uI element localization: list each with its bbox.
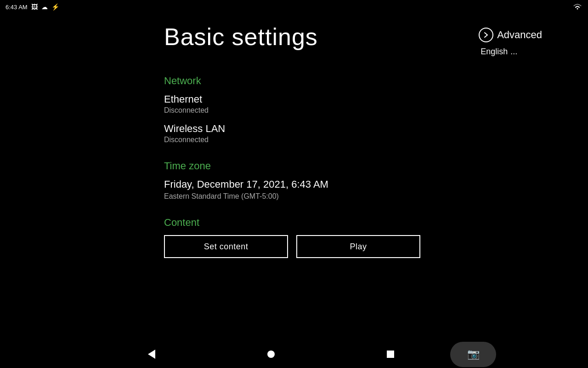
back-icon [148,350,155,359]
circle-arrow-icon [479,28,493,42]
nav-bar: 📷 [0,340,588,368]
camera-icon: 📷 [467,348,480,360]
status-left: 6:43 AM 🖼 ☁ ⚡ [6,3,59,11]
status-right [572,2,582,12]
network-section-header: Network [164,75,542,87]
main-content: Basic settings Advanced English ... Netw… [164,23,542,272]
image-icon: 🖼 [31,3,38,11]
language-label: English [481,47,508,57]
content-section-header: Content [164,217,542,229]
ethernet-name: Ethernet [164,93,542,105]
wireless-lan-status: Disconnected [164,136,542,144]
timezone-section-header: Time zone [164,160,542,172]
wireless-lan-item[interactable]: Wireless LAN Disconnected [164,123,542,144]
wifi-icon [572,2,582,12]
camera-button[interactable]: 📷 [450,342,496,367]
datetime-display: Friday, December 17, 2021, 6:43 AM [164,178,542,190]
status-time: 6:43 AM [6,4,28,11]
home-button[interactable] [211,340,331,368]
back-button[interactable] [92,340,211,368]
content-section: Content Set content Play [164,217,542,258]
network-section: Network Ethernet Disconnected Wireless L… [164,75,542,144]
ethernet-status: Disconnected [164,106,542,115]
advanced-label: Advanced [497,29,542,41]
timezone-display: Eastern Standard Time (GMT-5:00) [164,192,542,201]
header-right: Advanced English ... [479,23,542,57]
play-button[interactable]: Play [296,235,420,258]
home-icon [267,351,275,358]
recent-icon [387,351,394,358]
set-content-button[interactable]: Set content [164,235,288,258]
wireless-lan-name: Wireless LAN [164,123,542,135]
timezone-section[interactable]: Time zone Friday, December 17, 2021, 6:4… [164,160,542,201]
page-title: Basic settings [164,23,318,51]
header-area: Basic settings Advanced English ... [164,23,542,57]
ethernet-item[interactable]: Ethernet Disconnected [164,93,542,115]
language-selector[interactable]: English ... [479,47,517,57]
recent-button[interactable] [331,340,450,368]
advanced-button[interactable]: Advanced [479,28,542,42]
cloud-icon: ☁ [41,3,48,11]
content-buttons: Set content Play [164,235,542,258]
usb-icon: ⚡ [51,3,59,11]
status-bar: 6:43 AM 🖼 ☁ ⚡ [0,0,588,14]
language-menu-dots: ... [510,47,517,57]
